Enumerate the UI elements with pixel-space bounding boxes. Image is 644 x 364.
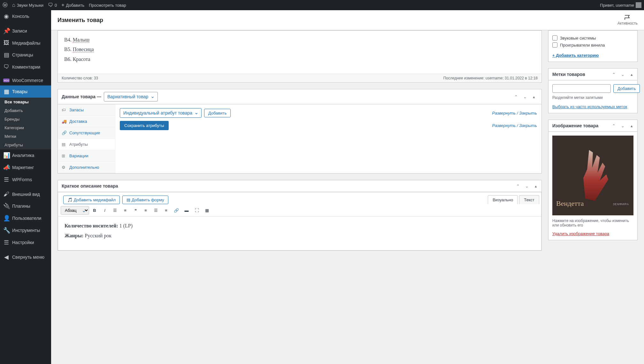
- track-prefix: B5.: [64, 47, 73, 52]
- link-button[interactable]: 🔗: [172, 205, 181, 215]
- submenu-attributes[interactable]: Атрибуты: [0, 141, 51, 149]
- tab-advanced[interactable]: ⚙Дополнительно: [58, 162, 115, 173]
- user-greeting[interactable]: Привет, username: [600, 2, 641, 8]
- add-new-link[interactable]: +Добавить: [61, 2, 84, 8]
- sidebar-item-comments[interactable]: 🗨Комментарии: [0, 61, 51, 73]
- align-right-button[interactable]: ≡: [161, 205, 171, 215]
- submenu-brands[interactable]: Бренды: [0, 115, 51, 123]
- product-data-box: Данные товара — Вариативный товар ⌃ ⌄ ▴: [57, 89, 542, 174]
- short-desc-box: Краткое описание товара ⌃ ⌄ ▴ 🎵 Добавить…: [57, 180, 542, 251]
- tab-variations[interactable]: ⊞Вариации: [58, 150, 115, 162]
- align-center-button[interactable]: ☰: [151, 205, 161, 215]
- fullscreen-button[interactable]: ⛶: [192, 205, 202, 215]
- add-media-button[interactable]: 🎵 Добавить медиафайл: [63, 196, 120, 204]
- tab-inventory[interactable]: 🏷Запасы: [58, 104, 115, 116]
- tab-attributes[interactable]: ▤Атрибуты: [58, 139, 115, 150]
- format-select[interactable]: Абзац: [61, 206, 89, 215]
- attribute-type-select[interactable]: Индивидуальный атрибут товара: [120, 108, 202, 118]
- track-name: Малыш: [73, 37, 90, 43]
- move-down-button[interactable]: ⌄: [521, 93, 529, 100]
- tag-input[interactable]: [552, 84, 611, 93]
- track-line: B6. Красота: [64, 55, 535, 64]
- tag-icon: 🏷: [62, 108, 67, 112]
- submenu-add-product[interactable]: Добавить: [0, 106, 51, 115]
- image-hint: Нажмите на изображение, чтобы изменить и…: [552, 219, 633, 227]
- media-icon: 🎵: [67, 197, 73, 202]
- toggle-button[interactable]: ▴: [530, 93, 538, 100]
- tab-linked[interactable]: 🔗Сопутствующие: [58, 127, 115, 139]
- sidebar-item-posts[interactable]: 📌Записи: [0, 25, 51, 37]
- italic-button[interactable]: I: [100, 205, 110, 215]
- sidebar-item-analytics[interactable]: 📊Аналитика: [0, 149, 51, 161]
- save-attributes-button[interactable]: Сохранить атрибуты: [120, 121, 169, 130]
- view-product-link[interactable]: Просмотреть товар: [89, 3, 126, 8]
- sidebar-item-plugins[interactable]: 🔌Плагины: [0, 200, 51, 212]
- move-down-button[interactable]: ⌄: [523, 182, 531, 190]
- sidebar-item-wpforms[interactable]: ☰WPForms: [0, 174, 51, 186]
- delete-image-link[interactable]: Удалить изображение товара: [552, 231, 609, 236]
- sidebar-item-media[interactable]: 🖼Медиафайлы: [0, 37, 51, 49]
- add-tag-button[interactable]: Добавить: [613, 84, 640, 93]
- add-form-button[interactable]: ▤ Добавить форму: [122, 196, 168, 204]
- site-link[interactable]: ⌂Звуки Музыки: [12, 2, 43, 8]
- sidebar-item-users[interactable]: 👤Пользователи: [0, 212, 51, 224]
- sidebar-item-tools[interactable]: 🔧Инструменты: [0, 224, 51, 236]
- tab-shipping[interactable]: 🚚Доставка: [58, 116, 115, 127]
- add-attribute-button[interactable]: Добавить: [204, 109, 231, 117]
- main-editor-box: B4. Малыш B5. Повесица B6. Красота Колич…: [57, 30, 542, 83]
- comments-link[interactable]: 🗨0: [48, 2, 57, 8]
- number-list-button[interactable]: ≡: [120, 205, 130, 215]
- sidebar-item-woocommerce[interactable]: wooWooCommerce: [0, 75, 51, 85]
- category-label: Проигрыватели винила: [560, 43, 605, 48]
- wp-logo[interactable]: ⓦ: [3, 2, 8, 9]
- add-category-link[interactable]: + Добавить категорию: [552, 53, 599, 58]
- field-label: Жанры:: [65, 233, 83, 238]
- sidebar-item-settings[interactable]: ☰Настройки: [0, 236, 51, 249]
- expand-close-link[interactable]: Развернуть / Закрыть: [492, 111, 537, 115]
- plug-icon: 🔌: [3, 203, 10, 210]
- toggle-button[interactable]: ▴: [628, 122, 635, 130]
- page-title: Изменить товар: [57, 17, 103, 24]
- editor-content[interactable]: B4. Малыш B5. Повесица B6. Красота: [58, 31, 541, 74]
- submenu-categories[interactable]: Категории: [0, 123, 51, 132]
- move-up-button[interactable]: ⌃: [512, 93, 520, 100]
- flag-icon: [624, 15, 631, 20]
- readmore-button[interactable]: ▬: [182, 205, 191, 215]
- sidebar-item-marketing[interactable]: 📣Маркетинг: [0, 161, 51, 174]
- move-up-button[interactable]: ⌃: [610, 71, 617, 78]
- short-desc-editor[interactable]: Количество носителей: 1 (LP) Жанры: Русс…: [58, 217, 541, 250]
- move-up-button[interactable]: ⌃: [610, 122, 617, 130]
- avatar: [636, 2, 641, 8]
- align-left-button[interactable]: ≡: [141, 205, 150, 215]
- sidebar-item-pages[interactable]: ▤Страницы: [0, 49, 51, 61]
- sidebar-collapse[interactable]: ◀Свернуть меню: [0, 251, 51, 263]
- category-checkbox[interactable]: [552, 35, 557, 41]
- tab-text[interactable]: Текст: [519, 195, 539, 204]
- product-image[interactable]: Вендетта ЗЕМФИРА: [552, 136, 633, 215]
- move-down-button[interactable]: ⌄: [619, 122, 626, 130]
- category-label: Звуковые системы: [560, 36, 596, 41]
- sidebar-item-dashboard[interactable]: ◉Консоль: [0, 10, 51, 22]
- choose-tags-link[interactable]: Выбрать из часто используемых меток: [552, 104, 627, 109]
- toolbar-toggle-button[interactable]: ▦: [202, 205, 212, 215]
- word-count: Количество слов: 33: [62, 76, 98, 80]
- sidebar-item-appearance[interactable]: 🖌Внешний вид: [0, 188, 51, 200]
- toggle-button[interactable]: ▴: [628, 71, 635, 78]
- category-checkbox[interactable]: [552, 42, 557, 48]
- tab-visual[interactable]: Визуально: [488, 195, 518, 204]
- bullet-list-button[interactable]: ☰: [110, 205, 120, 215]
- product-type-select[interactable]: Вариативный товар: [104, 92, 158, 101]
- toggle-button[interactable]: ▴: [532, 182, 540, 190]
- move-up-button[interactable]: ⌃: [514, 182, 522, 190]
- last-edit: Последнее изменение: username; 31.01.202…: [443, 76, 538, 80]
- bold-button[interactable]: B: [90, 205, 99, 215]
- activity-button[interactable]: Активность: [617, 15, 638, 26]
- sidebar-item-products[interactable]: ▦Товары: [0, 85, 51, 98]
- move-down-button[interactable]: ⌄: [619, 71, 626, 78]
- submenu-tags[interactable]: Метки: [0, 132, 51, 141]
- submenu-all-products[interactable]: Все товары: [0, 98, 51, 106]
- plus-icon: +: [61, 2, 64, 8]
- quote-button[interactable]: ❝: [131, 205, 140, 215]
- editor-toolbar: Абзац B I ☰ ≡ ❝ ≡ ☰ ≡ 🔗 ▬ ⛶ ▦: [58, 204, 541, 217]
- expand-close-link[interactable]: Развернуть / Закрыть: [492, 123, 537, 128]
